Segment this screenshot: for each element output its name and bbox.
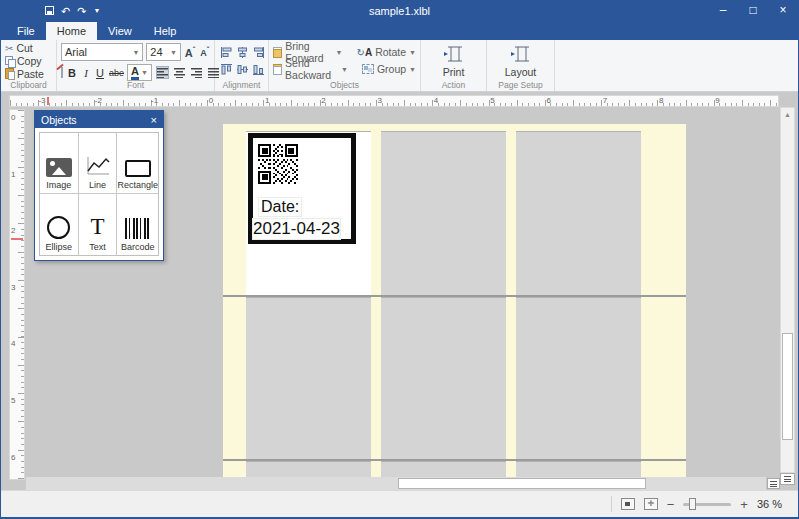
paste-button[interactable]: Paste [5, 67, 52, 80]
chevron-down-icon: ▼ [132, 49, 139, 56]
text-icon: T [91, 215, 105, 239]
cut-button[interactable]: ✂ Cut [5, 42, 52, 55]
align-objects-center-button[interactable] [235, 44, 250, 60]
shrink-font-button[interactable]: Aˇ [199, 46, 210, 58]
rotate-button[interactable]: ↻A Rotate ▼ [357, 46, 417, 58]
tab-help[interactable]: Help [143, 22, 188, 40]
edit-text-icon[interactable] [61, 67, 63, 78]
save-icon[interactable] [45, 1, 54, 21]
ruler-tick-label: 3 [11, 283, 15, 292]
grow-font-button[interactable]: Aˆ [184, 46, 196, 59]
page-nav-button[interactable] [780, 473, 795, 485]
bring-forward-dropdown-icon[interactable]: ▼ [336, 49, 343, 56]
align-text-left-button[interactable] [156, 66, 169, 79]
qat-customize-icon[interactable]: ▼ [93, 1, 100, 21]
page-setup-group: Layout Page Setup [487, 40, 555, 91]
undo-icon[interactable]: ↶ [61, 1, 70, 21]
font-color-button[interactable]: A ▼ [127, 64, 152, 81]
align-objects-bottom-button[interactable] [251, 61, 266, 77]
zoom-out-button[interactable]: − [667, 497, 675, 512]
label-cell[interactable] [381, 131, 506, 295]
ruler-tick-label: 2 [11, 226, 15, 235]
objects-palette-titlebar[interactable]: Objects × [35, 111, 163, 128]
fit-selection-button[interactable] [621, 498, 635, 510]
align-text-right-button[interactable] [190, 66, 203, 79]
underline-button[interactable]: U [95, 67, 105, 79]
vertical-scrollbar[interactable]: ▲ [780, 107, 795, 473]
align-text-center-button[interactable] [173, 66, 186, 79]
maximize-button[interactable]: □ [738, 1, 768, 21]
label-cell[interactable] [381, 297, 506, 459]
horizontal-scroll-thumb[interactable] [398, 478, 646, 489]
ruler-tick-label: 6 [11, 453, 15, 462]
font-size-select[interactable]: 24 ▼ [146, 43, 181, 61]
label-cell[interactable] [516, 131, 641, 295]
fit-page-icon: ✛ [647, 500, 654, 508]
tool-text[interactable]: T Text [79, 194, 118, 255]
tab-file[interactable]: File [6, 22, 46, 40]
font-group: Arial ▼ 24 ▼ Aˆ Aˇ B I U abe A ▼ [57, 40, 215, 91]
label-page[interactable]: Date: 2021-04-23 [223, 124, 686, 480]
tool-barcode[interactable]: Barcode [117, 194, 158, 255]
zoom-slider[interactable] [683, 503, 731, 506]
horizontal-scrollbar[interactable] [26, 477, 766, 490]
vertical-scroll-thumb[interactable] [782, 333, 793, 440]
font-family-select[interactable]: Arial ▼ [61, 43, 143, 61]
minimize-button[interactable]: – [708, 1, 738, 21]
ruler-tick-label: 5 [11, 396, 15, 405]
palette-close-icon[interactable]: × [151, 114, 157, 126]
action-group: Print Action [421, 40, 487, 91]
text-object-date-value[interactable]: 2021-04-23 [252, 218, 341, 240]
tool-image[interactable]: Image [40, 133, 79, 194]
group-button[interactable]: Group ▼ [362, 63, 416, 75]
alignment-group: Alignment [215, 40, 269, 91]
ruler-tick-label: 0 [11, 113, 15, 122]
copy-button[interactable]: Copy [5, 55, 52, 68]
layout-button[interactable]: Layout [505, 44, 537, 78]
ruler-tick-label: 1 [265, 96, 269, 105]
ruler-tick-label: 2 [321, 96, 325, 105]
ruler-tick-label: 9 [715, 96, 719, 105]
align-objects-right-button[interactable] [251, 44, 266, 60]
rectangle-object[interactable]: Date: 2021-04-23 [248, 133, 356, 244]
redo-icon[interactable]: ↷ [77, 1, 86, 21]
print-button[interactable]: Print [443, 44, 465, 78]
italic-button[interactable]: I [81, 67, 91, 79]
font-group-label: Font [57, 80, 214, 90]
action-group-label: Action [421, 80, 486, 90]
tab-view[interactable]: View [97, 22, 143, 40]
canvas-area: -3-2-10123456789 0123456 Date: 2021-04-2 [1, 92, 798, 490]
page-nav-button[interactable] [767, 478, 780, 489]
scroll-up-icon[interactable]: ▲ [781, 108, 794, 121]
send-backward-dropdown-icon[interactable]: ▼ [341, 66, 348, 73]
bold-button[interactable]: B [67, 67, 77, 79]
send-backward-button[interactable]: Send Backward [273, 57, 341, 81]
tool-rectangle[interactable]: Rectangle [117, 133, 158, 194]
align-right-icon [191, 68, 202, 78]
align-objects-top-button[interactable] [219, 61, 234, 77]
zoom-in-button[interactable]: + [740, 497, 748, 512]
chevron-down-icon: ▼ [141, 69, 148, 76]
zoom-slider-thumb[interactable] [689, 498, 696, 510]
window-title: sample1.xlbl [1, 5, 798, 17]
strikethrough-button[interactable]: abe [109, 68, 119, 78]
barcode-icon [125, 218, 151, 239]
tool-ellipse[interactable]: Ellipse [40, 194, 79, 255]
align-objects-left-button[interactable] [219, 44, 234, 60]
label-cell[interactable] [246, 297, 371, 459]
ruler-tick-label: 7 [603, 96, 607, 105]
qr-code[interactable] [258, 144, 298, 184]
ruler-tick-label: -3 [38, 96, 45, 105]
label-cell[interactable] [516, 297, 641, 459]
tab-home[interactable]: Home [46, 22, 97, 40]
ribbon: ✂ Cut Copy Paste Clipboard Arial ▼ 24 [1, 40, 798, 92]
copy-icon [5, 56, 14, 66]
close-button[interactable]: × [768, 1, 798, 21]
tool-line[interactable]: Line [79, 133, 118, 194]
text-object-date-label[interactable]: Date: [258, 197, 302, 217]
fit-page-button[interactable]: ✛ [644, 498, 658, 510]
rectangle-icon [125, 160, 151, 177]
zoom-level: 36 % [757, 498, 782, 510]
rotate-icon: ↻A [357, 47, 373, 58]
align-objects-middle-button[interactable] [235, 61, 250, 77]
